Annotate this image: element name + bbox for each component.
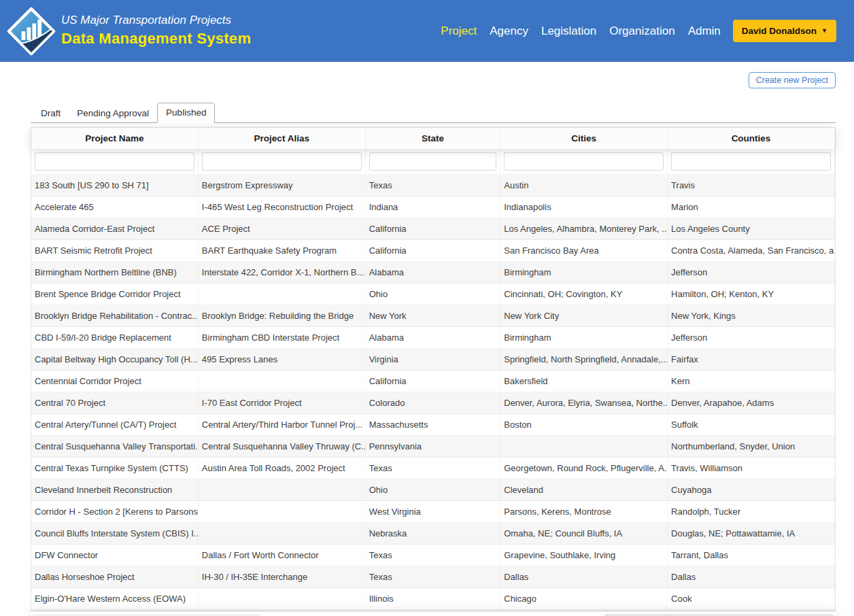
cell-cities: Cincinnati, OH; Covington, KY: [500, 284, 668, 305]
nav-item-legislation[interactable]: Legislation: [541, 24, 596, 38]
cell-project-alias: Bergstrom Expressway: [199, 175, 366, 196]
nav-item-organization[interactable]: Organization: [609, 24, 674, 38]
table-row[interactable]: Capital Beltway High Occupancy Toll (H..…: [31, 349, 835, 371]
table-row[interactable]: BART Seismic Retrofit Project BART Earth…: [31, 240, 835, 262]
cell-counties: Douglas, NE; Pottawattamie, IA: [668, 523, 835, 544]
cell-project-alias: [199, 371, 366, 392]
cell-project-name: DFW Connector: [31, 545, 199, 566]
cell-project-alias: I-70 East Corridor Project: [199, 392, 366, 413]
cell-project-name: Elgin-O'Hare Western Access (EOWA): [31, 588, 199, 609]
cell-project-alias: [199, 479, 366, 500]
user-menu-button[interactable]: David Donaldson ▼: [733, 20, 836, 42]
cell-counties: Travis, Williamson: [668, 458, 835, 479]
cell-state: Texas: [366, 458, 501, 479]
cell-cities: Birmingham: [500, 327, 668, 348]
table-row[interactable]: Central Susquehanna Valley Transportati.…: [31, 436, 835, 458]
projects-table: Project Name Project Alias State Cities …: [31, 127, 836, 611]
cell-counties: Hamilton, OH; Kenton, KY: [668, 284, 835, 305]
table-row[interactable]: Corridor H - Section 2 [Kerens to Parson…: [31, 501, 835, 523]
cell-project-alias: I-465 West Leg Reconstruction Project: [199, 196, 366, 218]
column-header-project-name[interactable]: Project Name: [31, 128, 199, 149]
cell-state: Texas: [366, 175, 501, 196]
cell-state: Nebraska: [366, 523, 501, 544]
table-row[interactable]: Central 70 Project I-70 East Corridor Pr…: [31, 392, 835, 414]
pagination-bar: Previous Page of 7 20 rows ▼ Next: [31, 611, 836, 616]
cell-project-name: Accelerate 465: [31, 196, 199, 218]
cell-project-alias: [199, 284, 366, 305]
cell-counties: Jefferson: [668, 262, 835, 283]
cell-counties: Los Angeles County: [668, 218, 835, 239]
cell-cities: [500, 436, 668, 457]
cell-cities: Denver, Aurora, Elyria, Swansea, Northe.…: [500, 392, 668, 413]
cell-project-name: 183 South [US 290 to SH 71]: [31, 175, 199, 196]
filter-input-state[interactable]: [369, 152, 497, 171]
table-header-row: Project Name Project Alias State Cities …: [31, 128, 835, 149]
cell-project-name: Corridor H - Section 2 [Kerens to Parson…: [31, 501, 199, 522]
cell-state: Alabama: [366, 262, 501, 283]
table-filter-row: [31, 149, 835, 175]
cell-counties: New York, Kings: [668, 305, 835, 326]
main-nav: Project Agency Legislation Organization …: [441, 24, 720, 38]
filter-input-project-name[interactable]: [35, 152, 194, 171]
table-row[interactable]: Council Bluffs Interstate System (CBIS) …: [31, 523, 835, 545]
create-new-project-button[interactable]: Create new Project: [749, 72, 836, 88]
cell-project-alias: ACE Project: [199, 218, 366, 239]
cell-project-name: Birmingham Northern Beltline (BNB): [31, 262, 199, 283]
tab-published[interactable]: Published: [157, 103, 215, 123]
cell-state: West Virginia: [366, 501, 501, 522]
table-row[interactable]: Brent Spence Bridge Corridor Project Ohi…: [31, 284, 835, 305]
cell-project-name: BART Seismic Retrofit Project: [31, 240, 199, 261]
cell-state: Ohio: [366, 284, 501, 305]
tab-draft[interactable]: Draft: [33, 104, 69, 123]
cell-cities: Chicago: [500, 588, 668, 609]
toolbar: Create new Project: [31, 72, 836, 88]
cell-state: California: [366, 218, 501, 239]
cell-cities: Cleveland: [500, 479, 668, 500]
cell-project-name: Alameda Corridor-East Project: [31, 218, 199, 239]
app-header: US Major Transportation Projects Data Ma…: [0, 0, 854, 62]
column-header-cities[interactable]: Cities: [500, 128, 668, 149]
cell-state: Texas: [366, 545, 501, 566]
cell-state: California: [366, 371, 501, 392]
cell-project-alias: [199, 588, 366, 609]
filter-input-cities[interactable]: [504, 152, 664, 171]
cell-state: Alabama: [366, 327, 501, 348]
table-row[interactable]: Accelerate 465 I-465 West Leg Reconstruc…: [31, 196, 835, 218]
column-header-counties[interactable]: Counties: [668, 128, 835, 149]
cell-project-alias: Central Susquehanna Valley Thruway (C...: [199, 436, 366, 457]
column-header-state[interactable]: State: [366, 128, 501, 149]
table-row[interactable]: 183 South [US 290 to SH 71] Bergstrom Ex…: [31, 175, 835, 196]
cell-project-alias: IH-30 / IH-35E Interchange: [199, 566, 366, 587]
nav-item-admin[interactable]: Admin: [688, 24, 721, 38]
filter-input-project-alias[interactable]: [202, 152, 362, 171]
table-body: 183 South [US 290 to SH 71] Bergstrom Ex…: [31, 175, 835, 610]
table-row[interactable]: Dallas Horseshoe Project IH-30 / IH-35E …: [31, 566, 835, 588]
table-row[interactable]: CBD I-59/I-20 Bridge Replacement Birming…: [31, 327, 835, 349]
cell-project-name: CBD I-59/I-20 Bridge Replacement: [31, 327, 199, 348]
table-row[interactable]: Central Artery/Tunnel (CA/T) Project Cen…: [31, 414, 835, 436]
table-row[interactable]: Birmingham Northern Beltline (BNB) Inter…: [31, 262, 835, 284]
nav-item-project[interactable]: Project: [441, 24, 477, 38]
cell-project-alias: Interstate 422, Corridor X-1, Northern B…: [199, 262, 366, 283]
column-header-project-alias[interactable]: Project Alias: [199, 128, 366, 149]
filter-input-counties[interactable]: [671, 152, 831, 171]
table-row[interactable]: Central Texas Turnpike System (CTTS) Aus…: [31, 458, 835, 479]
cell-project-name: Central Texas Turnpike System (CTTS): [31, 458, 199, 479]
table-row[interactable]: Brooklyn Bridge Rehabilitation - Contrac…: [31, 305, 835, 327]
cell-cities: Dallas: [500, 566, 668, 587]
table-row[interactable]: DFW Connector Dallas / Fort Worth Connec…: [31, 545, 835, 566]
table-row[interactable]: Cleveland Innerbelt Reconstruction Ohio …: [31, 479, 835, 501]
cell-cities: Austin: [500, 175, 668, 196]
chevron-down-icon: ▼: [821, 28, 827, 34]
cell-cities: Parsons, Kerens, Montrose: [500, 501, 668, 522]
cell-project-alias: Brooklyn Bridge: Rebuilding the Bridge: [199, 305, 366, 326]
cell-cities: Bakersfield: [500, 371, 668, 392]
cell-project-alias: Austin Area Toll Roads, 2002 Project: [199, 458, 366, 479]
cell-counties: Contra Costa, Alameda, San Francisco, a.…: [668, 240, 835, 261]
cell-state: Indiana: [366, 196, 501, 218]
table-row[interactable]: Elgin-O'Hare Western Access (EOWA) Illin…: [31, 588, 835, 610]
tab-pending-approval[interactable]: Pending Approval: [69, 104, 157, 123]
table-row[interactable]: Alameda Corridor-East Project ACE Projec…: [31, 218, 835, 240]
nav-item-agency[interactable]: Agency: [490, 24, 528, 38]
table-row[interactable]: Centennial Corridor Project California B…: [31, 371, 835, 392]
